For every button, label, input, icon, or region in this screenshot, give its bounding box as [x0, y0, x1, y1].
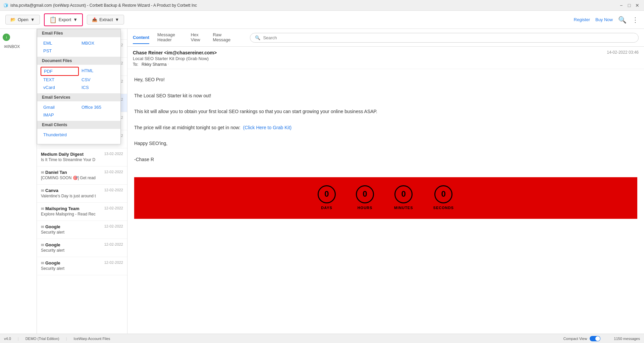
extract-button[interactable]: 📤 Extract ▼	[87, 15, 124, 24]
email-sender: ✉Google	[41, 242, 60, 247]
office365-option[interactable]: Office 365	[79, 103, 117, 111]
email-subject-preview: Security alert	[41, 266, 123, 271]
search-input[interactable]	[263, 35, 634, 40]
menu-icon[interactable]: ⋮	[632, 16, 639, 24]
countdown-days-value: 0	[318, 185, 336, 203]
email-clients-section-label: Email Clients	[37, 121, 120, 129]
pst-option[interactable]: PST	[41, 47, 117, 55]
email-date-cell: 12-02-2022	[104, 224, 123, 228]
open-button[interactable]: 📂 Open ▼	[5, 15, 40, 24]
mbox-option[interactable]: MBOX	[79, 39, 117, 47]
document-files-section-label: Document Files	[37, 57, 120, 65]
countdown-hours: 0 HOURS	[356, 185, 374, 211]
open-dropdown-arrow: ▼	[31, 17, 35, 22]
version-label: v4.0	[4, 337, 11, 341]
email-sender: Medium Daily Digest	[41, 152, 84, 157]
imap-option[interactable]: IMAP	[41, 111, 117, 119]
email-sender: ✉Daniel Tan	[41, 170, 67, 175]
email-sender: ✉Google	[41, 260, 60, 265]
email-list-item[interactable]: ✉Google 12-02-2022 Security alert	[37, 239, 127, 257]
email-list-item[interactable]: ✉Google 12-02-2022 Security alert	[37, 221, 127, 239]
email-subject-preview: Security alert	[41, 230, 123, 235]
email-date-cell: 12-02-2022	[104, 242, 123, 246]
email-date-cell: 12-02-2022	[104, 260, 123, 264]
content-area: Content Message Header Hex View Raw Mess…	[127, 29, 644, 334]
maximize-button[interactable]: □	[626, 2, 633, 9]
export-button[interactable]: 📋 Export ▼	[44, 13, 83, 26]
email-subject-preview: Is It Time to Streamline Your D	[41, 157, 123, 162]
tab-message-header[interactable]: Message Header	[157, 29, 183, 46]
csv-option[interactable]: CSV	[79, 76, 117, 84]
inbox-icon: ✉	[4, 44, 7, 49]
toolbar: 📂 Open ▼ 📋 Export ▼ 📤 Extract ▼ Register…	[0, 11, 644, 29]
toggle-track[interactable]	[590, 336, 600, 341]
tab-raw-message[interactable]: Raw Message	[213, 29, 234, 46]
email-to: To: Rikky Sharma ˑ	[133, 62, 217, 67]
titlebar: 🧊 isha.pcvita@gmail.com (IceWarp Account…	[0, 0, 644, 11]
grab-kit-link[interactable]: (Click Here to Grab Kit)	[243, 125, 292, 130]
countdown-row: 0 DAYS 0 HOURS 0 MINUTES 0 SECONDS	[318, 185, 454, 211]
tab-hex-view[interactable]: Hex View	[191, 29, 205, 46]
extract-dropdown-arrow: ▼	[115, 17, 119, 22]
email-list-item[interactable]: ✉Mailspring Team 12-02-2022 Explore Mail…	[37, 203, 127, 221]
tab-content[interactable]: Content	[133, 32, 149, 44]
email-files-items: EML MBOX PST	[37, 37, 120, 57]
document-files-items: PDF HTML TEXT CSV vCard ICS	[37, 65, 120, 93]
email-date-cell: 13-02-2022	[104, 152, 123, 156]
extract-icon: 📤	[92, 17, 97, 22]
sidebar-item-inbox[interactable]: ✉ INBOX	[0, 42, 37, 51]
body-line-6: -Chase R	[134, 156, 637, 164]
demo-label: DEMO (Trial Edition)	[25, 337, 59, 341]
email-services-items: Gmail Office 365 IMAP	[37, 101, 120, 121]
email-sender: ✉Canva	[41, 188, 58, 193]
body-line-3: This kit will allow you to obtain your f…	[134, 108, 637, 116]
body-line-4: The price will rise at midnight tonight …	[134, 124, 637, 132]
export-dropdown-arrow: ▼	[73, 17, 77, 22]
email-icon: ✉	[41, 261, 44, 265]
register-button[interactable]: Register	[574, 17, 590, 22]
email-subject-preview: Explore Mailspring - Read Rec	[41, 212, 123, 216]
search-box-icon: 🔍	[255, 35, 260, 40]
statusbar: v4.0 | DEMO (Trial Edition) | IceWarp Ac…	[0, 334, 644, 343]
email-from: Chase Reiner <im@chasereiner.com>	[133, 50, 217, 55]
inbox-label: INBOX	[7, 44, 20, 49]
gmail-option[interactable]: Gmail	[41, 103, 79, 111]
email-date-cell: 12-02-2022	[104, 170, 123, 174]
email-subject-preview: Valentine's Day is just around t	[41, 194, 123, 198]
account-avatar: i	[3, 34, 10, 41]
messages-count: 1150 messages	[614, 337, 640, 341]
eml-option[interactable]: EML	[41, 39, 79, 47]
search-icon[interactable]: 🔍	[618, 16, 627, 24]
sidebar-account: i	[0, 32, 37, 42]
email-subject-preview: [COMING SOON 🎯] Get read	[41, 176, 123, 180]
html-option[interactable]: HTML	[79, 67, 117, 76]
compact-view-toggle[interactable]: Compact View	[564, 336, 601, 341]
email-files-section-label: Email Files	[37, 29, 120, 37]
email-list-item[interactable]: ✉Google 12-02-2022 Security alert	[37, 257, 127, 275]
email-date-cell: 12-02-2022	[104, 206, 123, 210]
ics-option[interactable]: ICS	[79, 84, 117, 91]
thunderbird-option[interactable]: Thunderbird	[41, 131, 117, 139]
vcard-option[interactable]: vCard	[41, 84, 79, 91]
titlebar-text: isha.pcvita@gmail.com (IceWarp Account) …	[10, 3, 197, 8]
minimize-button[interactable]: −	[618, 2, 625, 9]
search-box: 🔍	[250, 33, 639, 43]
countdown-minutes-value: 0	[394, 185, 413, 203]
email-list-item[interactable]: ✉Canva 12-02-2022 Valentine's Day is jus…	[37, 185, 127, 203]
email-list-item[interactable]: ✉Daniel Tan 12-02-2022 [COMING SOON 🎯] G…	[37, 166, 127, 185]
email-sender: ✉Mailspring Team	[41, 206, 79, 211]
export-dropdown-menu: Email Files EML MBOX PST Document Files …	[37, 29, 121, 144]
close-button[interactable]: ✕	[634, 2, 641, 9]
pdf-option[interactable]: PDF	[41, 67, 79, 76]
email-sender: ✉Google	[41, 224, 60, 229]
countdown-days-label: DAYS	[321, 205, 332, 211]
open-label: Open	[18, 17, 29, 22]
text-option[interactable]: TEXT	[41, 76, 79, 84]
content-tabs: Content Message Header Hex View Raw Mess…	[127, 29, 644, 47]
email-header: Chase Reiner <im@chasereiner.com> Local …	[127, 47, 644, 69]
buynow-button[interactable]: Buy Now	[595, 17, 613, 22]
account-files-label: IceWarp Account Files	[74, 337, 110, 341]
countdown-seconds-label: SECONDS	[433, 205, 454, 211]
email-list-item[interactable]: Medium Daily Digest 13-02-2022 Is It Tim…	[37, 148, 127, 166]
compact-view-label: Compact View	[564, 337, 587, 341]
